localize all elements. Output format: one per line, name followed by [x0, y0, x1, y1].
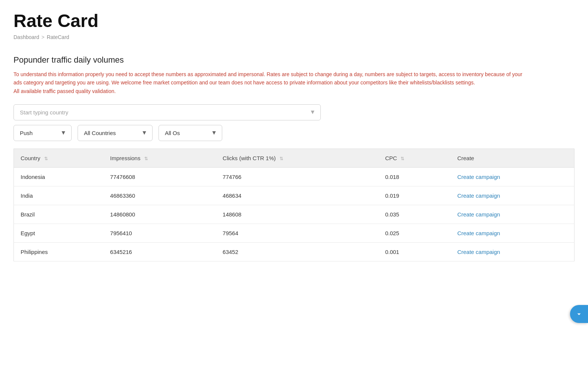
- dropdowns-row: Push Popunder Display ▼ All Countries In…: [13, 125, 575, 141]
- cell-cpc: 0.025: [379, 224, 451, 242]
- cell-country: Indonesia: [14, 167, 103, 186]
- cell-create: Create campaign: [450, 242, 574, 261]
- cell-impressions: 46863360: [103, 186, 216, 205]
- col-impressions[interactable]: Impressions ⇅: [103, 149, 216, 167]
- create-campaign-link[interactable]: Create campaign: [457, 174, 500, 180]
- table-row: Egypt 7956410 79564 0.025 Create campaig…: [14, 224, 575, 242]
- cell-cpc: 0.035: [379, 205, 451, 224]
- cell-impressions: 77476608: [103, 167, 216, 186]
- table-row: Brazil 14860800 148608 0.035 Create camp…: [14, 205, 575, 224]
- cell-cpc: 0.019: [379, 186, 451, 205]
- cell-create: Create campaign: [450, 224, 574, 242]
- warning-text: To understand this information properly …: [13, 70, 523, 95]
- scroll-down-icon: [576, 311, 582, 317]
- table-row: Philippines 6345216 63452 0.001 Create c…: [14, 242, 575, 261]
- all-countries-select-wrapper: All Countries Indonesia India Brazil Egy…: [78, 125, 153, 141]
- create-campaign-link[interactable]: Create campaign: [457, 192, 500, 199]
- cell-cpc: 0.001: [379, 242, 451, 261]
- cell-country: Brazil: [14, 205, 103, 224]
- cell-clicks: 79564: [216, 224, 379, 242]
- cell-clicks: 148608: [216, 205, 379, 224]
- cell-cpc: 0.018: [379, 167, 451, 186]
- table-row: Indonesia 77476608 774766 0.018 Create c…: [14, 167, 575, 186]
- create-campaign-link[interactable]: Create campaign: [457, 211, 500, 218]
- cell-country: India: [14, 186, 103, 205]
- cell-country: Philippines: [14, 242, 103, 261]
- cell-clicks: 63452: [216, 242, 379, 261]
- col-country[interactable]: Country ⇅: [14, 149, 103, 167]
- page-title: Rate Card: [13, 11, 575, 31]
- country-sort-icon: ⇅: [44, 156, 48, 161]
- clicks-sort-icon: ⇅: [280, 156, 283, 161]
- cell-impressions: 14860800: [103, 205, 216, 224]
- all-os-select-wrapper: All Os Windows Android iOS Mac OS ▼: [159, 125, 222, 141]
- cell-create: Create campaign: [450, 186, 574, 205]
- table-body: Indonesia 77476608 774766 0.018 Create c…: [14, 167, 575, 261]
- table-row: India 46863360 468634 0.019 Create campa…: [14, 186, 575, 205]
- create-campaign-link[interactable]: Create campaign: [457, 249, 500, 255]
- cell-create: Create campaign: [450, 167, 574, 186]
- filters-section: ▼ Push Popunder Display ▼ All Countries …: [13, 104, 575, 141]
- cell-create: Create campaign: [450, 205, 574, 224]
- cell-impressions: 7956410: [103, 224, 216, 242]
- country-search-wrapper: ▼: [13, 104, 321, 120]
- rate-card-table: Country ⇅ Impressions ⇅ Clicks (with CTR…: [13, 149, 575, 261]
- all-countries-select[interactable]: All Countries Indonesia India Brazil Egy…: [78, 125, 153, 141]
- scroll-button[interactable]: [570, 305, 588, 323]
- push-select-wrapper: Push Popunder Display ▼: [13, 125, 72, 141]
- cpc-sort-icon: ⇅: [401, 156, 404, 161]
- col-clicks[interactable]: Clicks (with CTR 1%) ⇅: [216, 149, 379, 167]
- cell-clicks: 468634: [216, 186, 379, 205]
- breadcrumb-current: RateCard: [47, 34, 69, 40]
- cell-impressions: 6345216: [103, 242, 216, 261]
- country-search-input[interactable]: [13, 104, 321, 120]
- section-title: Popunder traffic daily volumes: [13, 55, 575, 65]
- push-select[interactable]: Push Popunder Display: [13, 125, 72, 141]
- col-cpc[interactable]: CPC ⇅: [379, 149, 451, 167]
- cell-country: Egypt: [14, 224, 103, 242]
- create-campaign-link[interactable]: Create campaign: [457, 230, 500, 236]
- breadcrumb-dashboard[interactable]: Dashboard: [13, 34, 39, 40]
- all-os-select[interactable]: All Os Windows Android iOS Mac OS: [159, 125, 222, 141]
- cell-clicks: 774766: [216, 167, 379, 186]
- table-header: Country ⇅ Impressions ⇅ Clicks (with CTR…: [14, 149, 575, 167]
- table-header-row: Country ⇅ Impressions ⇅ Clicks (with CTR…: [14, 149, 575, 167]
- breadcrumb: Dashboard > RateCard: [13, 34, 575, 40]
- breadcrumb-separator: >: [42, 34, 45, 40]
- impressions-sort-icon: ⇅: [144, 156, 148, 161]
- col-create: Create: [450, 149, 574, 167]
- page-wrapper: Rate Card Dashboard > RateCard Popunder …: [0, 0, 588, 368]
